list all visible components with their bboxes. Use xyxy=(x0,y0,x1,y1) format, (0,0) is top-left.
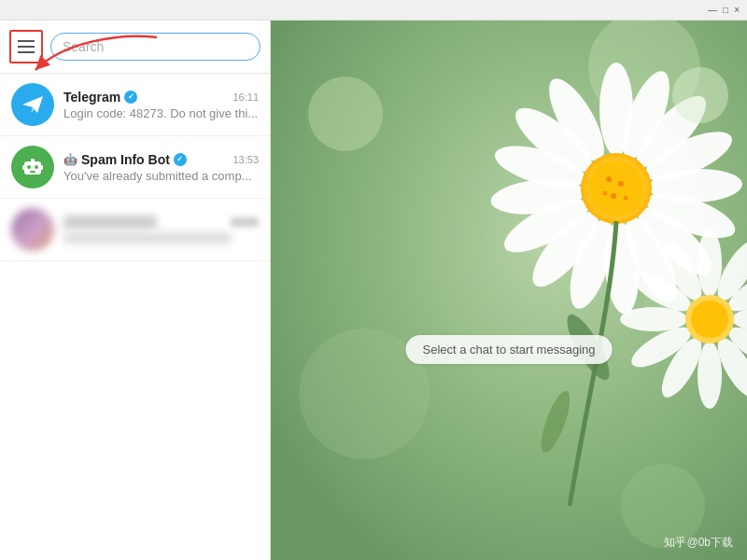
svg-point-37 xyxy=(603,191,608,196)
verified-badge-telegram: ✓ xyxy=(124,91,137,104)
watermark: 知乎@0b下载 xyxy=(664,535,733,551)
svg-point-36 xyxy=(624,196,628,201)
avatar-blurred xyxy=(11,208,54,251)
svg-point-33 xyxy=(606,176,612,182)
window-chrome: — □ × xyxy=(0,0,747,21)
main-content: Select a chat to start messaging 知乎@0b下载 xyxy=(271,21,747,560)
svg-rect-8 xyxy=(22,165,25,170)
robot-icon: 🤖 xyxy=(63,153,78,166)
chat-preview-spambot: You've already submitted a comp... xyxy=(63,169,259,183)
hamburger-line-2 xyxy=(18,46,35,48)
svg-rect-9 xyxy=(40,165,43,170)
avatar-spambot xyxy=(11,146,54,189)
chat-list: Telegram ✓ 16:11 Login code: 48273. Do n… xyxy=(0,74,270,560)
maximize-btn[interactable]: □ xyxy=(723,5,728,15)
chat-item-spambot[interactable]: 🤖 Spam Info Bot ✓ 13:53 You've already s… xyxy=(0,136,270,199)
hamburger-line-3 xyxy=(18,51,35,53)
hamburger-button[interactable] xyxy=(9,30,43,63)
svg-point-54 xyxy=(672,67,728,123)
svg-point-34 xyxy=(618,181,624,187)
svg-rect-6 xyxy=(30,171,35,173)
chat-content-spambot: 🤖 Spam Info Bot ✓ 13:53 You've already s… xyxy=(63,152,259,183)
sidebar: Telegram ✓ 16:11 Login code: 48273. Do n… xyxy=(0,21,271,560)
close-btn[interactable]: × xyxy=(734,5,740,15)
chat-item-blurred[interactable] xyxy=(0,199,270,261)
hamburger-line-1 xyxy=(18,40,35,42)
svg-point-51 xyxy=(691,301,728,338)
minimize-btn[interactable]: — xyxy=(708,5,717,15)
chat-time-spambot: 13:53 xyxy=(233,154,259,165)
search-bar xyxy=(0,21,270,74)
start-messaging-badge: Select a chat to start messaging xyxy=(406,335,613,364)
chat-content-blurred xyxy=(63,216,259,244)
svg-point-44 xyxy=(698,342,722,409)
svg-point-35 xyxy=(611,193,616,199)
chat-time-telegram: 16:11 xyxy=(233,91,259,103)
avatar-telegram xyxy=(11,83,54,126)
svg-point-38 xyxy=(698,230,722,297)
chat-name-spambot: Spam Info Bot xyxy=(81,152,170,167)
verified-badge-spambot: ✓ xyxy=(174,153,187,166)
background-scene: Select a chat to start messaging 知乎@0b下载 xyxy=(271,21,747,560)
chat-preview-telegram: Login code: 48273. Do not give thi... xyxy=(63,106,259,120)
svg-point-5 xyxy=(35,165,38,169)
chat-name-telegram: Telegram xyxy=(63,90,120,105)
svg-point-47 xyxy=(620,307,687,331)
background-svg xyxy=(271,21,747,560)
svg-point-4 xyxy=(27,165,31,169)
svg-point-32 xyxy=(588,161,644,217)
chat-item-telegram[interactable]: Telegram ✓ 16:11 Login code: 48273. Do n… xyxy=(0,74,270,136)
search-input-wrapper xyxy=(50,33,261,61)
search-input[interactable] xyxy=(63,39,248,54)
svg-point-11 xyxy=(308,77,383,151)
svg-rect-7 xyxy=(31,159,35,162)
chat-content-telegram: Telegram ✓ 16:11 Login code: 48273. Do n… xyxy=(63,90,259,120)
